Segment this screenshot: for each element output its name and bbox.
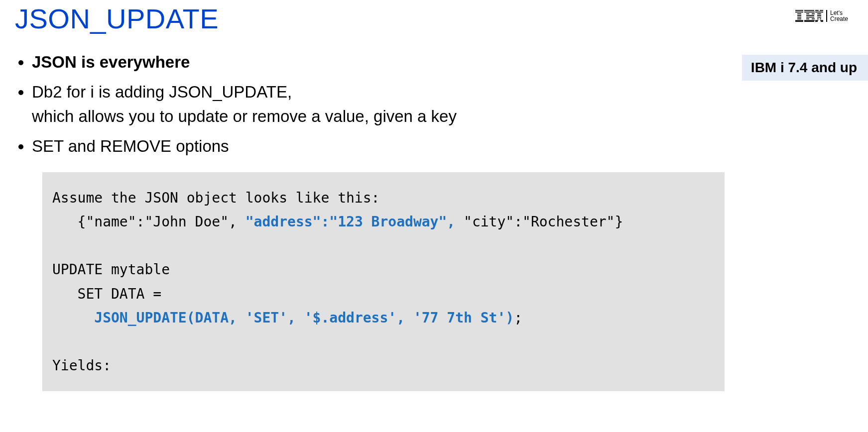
slide: JSON_UPDATE Let's Create IBM i 7. xyxy=(0,0,868,432)
svg-rect-14 xyxy=(806,15,814,16)
code-line-2b: "address":"123 Broadway", xyxy=(246,214,455,230)
svg-rect-12 xyxy=(819,13,821,14)
svg-rect-1 xyxy=(804,10,814,11)
code-line-1: Assume the JSON object looks like this: xyxy=(52,190,379,206)
bullet-item-1: JSON is everywhere xyxy=(32,50,530,75)
code-line-2c: "city":"Rochester"} xyxy=(455,214,623,230)
brand-separator xyxy=(826,10,827,22)
svg-rect-10 xyxy=(812,13,815,14)
svg-rect-15 xyxy=(817,15,821,16)
svg-rect-5 xyxy=(804,11,815,12)
code-line-2a: {"name":"John Doe", xyxy=(52,214,246,230)
svg-rect-20 xyxy=(806,18,809,19)
svg-rect-6 xyxy=(815,11,819,12)
page-title: JSON_UPDATE xyxy=(15,2,219,35)
code-line-6b: JSON_UPDATE(DATA, 'SET', '$.address', '7… xyxy=(94,310,514,326)
svg-rect-31 xyxy=(821,21,823,22)
bullet-text-3: SET and REMOVE options xyxy=(32,137,229,155)
svg-rect-22 xyxy=(817,18,819,19)
code-line-4: UPDATE mytable xyxy=(52,261,170,278)
svg-rect-27 xyxy=(820,20,823,21)
svg-rect-18 xyxy=(817,17,821,18)
svg-rect-29 xyxy=(804,21,814,22)
brand-tagline: Let's Create xyxy=(830,10,848,22)
svg-rect-3 xyxy=(820,10,823,11)
svg-rect-17 xyxy=(806,17,814,18)
code-block: Assume the JSON object looks like this: … xyxy=(42,172,725,391)
svg-rect-0 xyxy=(795,10,803,11)
brand-block: Let's Create xyxy=(795,10,848,22)
bullet-list: JSON is everywhere Db2 for i is adding J… xyxy=(15,50,530,163)
svg-rect-24 xyxy=(795,20,803,21)
bullet-item-3: SET and REMOVE options xyxy=(32,134,530,159)
svg-rect-25 xyxy=(804,20,815,21)
svg-rect-13 xyxy=(797,15,801,16)
svg-rect-28 xyxy=(795,21,803,22)
svg-rect-9 xyxy=(806,13,809,14)
code-line-8: Yields: xyxy=(52,357,111,374)
svg-rect-4 xyxy=(795,11,803,12)
svg-rect-30 xyxy=(815,21,818,22)
svg-rect-23 xyxy=(820,18,821,19)
code-line-6a xyxy=(52,310,94,326)
svg-rect-26 xyxy=(815,20,818,21)
svg-rect-8 xyxy=(797,13,801,14)
svg-rect-19 xyxy=(797,18,801,19)
bullet-text-2b: which allows you to update or remove a v… xyxy=(32,104,530,129)
svg-rect-2 xyxy=(815,10,819,11)
svg-rect-21 xyxy=(812,18,815,19)
ibm-logo-icon xyxy=(795,10,823,22)
code-line-5: SET DATA = xyxy=(52,286,161,302)
svg-rect-7 xyxy=(819,11,823,12)
svg-rect-16 xyxy=(797,17,801,18)
brand-tagline-line2: Create xyxy=(830,16,848,22)
bullet-text-1: JSON is everywhere xyxy=(32,53,190,71)
version-badge: IBM i 7.4 and up xyxy=(742,55,868,81)
bullet-item-2: Db2 for i is adding JSON_UPDATE, which a… xyxy=(32,80,530,129)
bullet-text-2a: Db2 for i is adding JSON_UPDATE, xyxy=(32,80,530,105)
code-line-6c: ; xyxy=(514,310,522,326)
